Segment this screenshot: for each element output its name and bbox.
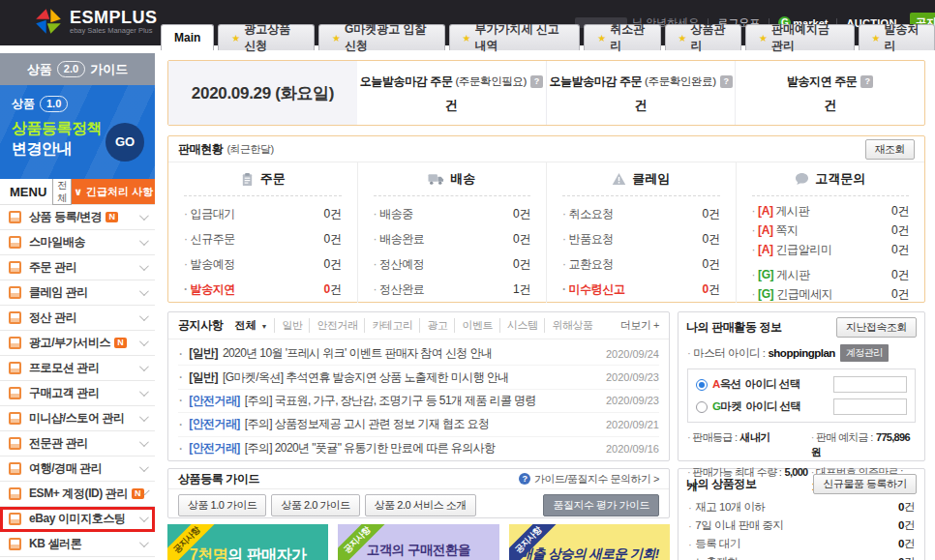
truck-icon (428, 172, 444, 186)
product-info-row[interactable]: 등록 대기0건 (688, 535, 915, 553)
auction-radio[interactable] (696, 379, 708, 391)
notice-item[interactable]: [일반]2020년 10월 '프레시 위크' 이벤트 판매자 참여 신청 안내2… (178, 342, 659, 366)
registration-guide-box: 상품등록 가이드 ?가이드/품질지수 문의하기 > 상품 1.0 가이드 상품 … (167, 468, 670, 518)
refresh-button[interactable]: 재조회 (865, 139, 916, 160)
main-content: 2020.09.29 (화요일) 오늘발송마감 주문 (주문확인필요)? 건 오… (155, 45, 935, 560)
status-row[interactable]: 정산완료1건 (374, 277, 531, 302)
inquiries-column: 고객문의 [A]게시판0건 [A]쪽지0건 [A]긴급알리미0건 [G]게시판0… (736, 162, 925, 303)
order-management-icon (9, 261, 21, 274)
promo-banner-sellers[interactable]: 공지사항 7천명의 판매자가 (167, 524, 328, 560)
status-row[interactable]: 배송중0건 (374, 201, 531, 226)
today-date: 2020.09.29 (화요일) (168, 61, 357, 125)
star-icon: ★ (463, 33, 471, 44)
sidebar-item-claim-management[interactable]: 클레임 관리 (0, 280, 155, 306)
notice-filter-system[interactable]: 시스템 (499, 318, 538, 333)
notice-filter-category[interactable]: 카테고리 (364, 318, 412, 333)
product-register-icon (9, 211, 21, 223)
help-icon[interactable]: ? (860, 75, 873, 88)
star-icon: ★ (759, 33, 768, 44)
product-info-row[interactable]: 노출제한0건 (688, 553, 915, 560)
notice-filter-event[interactable]: 이벤트 (454, 318, 493, 333)
product-info-row[interactable]: 7일 이내 판매 중지0건 (688, 516, 915, 535)
sidebar-item-promotion[interactable]: 프로모션 관리 (0, 356, 155, 381)
status-row[interactable]: 교환요청0건 (562, 251, 720, 277)
sidebar-item-travel-auction[interactable]: 여행/경매 관리 (0, 457, 155, 482)
status-row[interactable]: 발송예정0건 (184, 251, 342, 277)
sidebar-item-product-register[interactable]: 상품 등록/변경N (0, 205, 155, 230)
notice-item[interactable]: [일반][G마켓/옥션] 추석연휴 발송지연 상품 노출제한 미시행 안내202… (178, 366, 659, 389)
product-info-row[interactable]: 재고 10개 이하0건 (688, 498, 915, 516)
status-row[interactable]: [G]긴급메세지0건 (752, 284, 910, 304)
sidebar-item-esm-account[interactable]: ESM+ 계정(ID) 관리N (0, 482, 155, 507)
status-row[interactable]: 신규주문0건 (184, 226, 342, 251)
sidebar-item-smile-delivery[interactable]: 스마일배송 (0, 230, 155, 255)
status-row[interactable]: [G]게시판0건 (752, 265, 910, 284)
sidebar-item-specialty-store[interactable]: 전문관 관리 (0, 431, 155, 457)
guide-1-button[interactable]: 상품 1.0 가이드 (178, 494, 266, 516)
notice-item[interactable]: [안전거래][주의] 2020년 "풋귤" 유통기한 만료에 따른 유의사항20… (178, 437, 659, 460)
help-icon[interactable]: ? (530, 75, 543, 88)
status-row[interactable]: [A]쪽지0건 (752, 221, 910, 240)
notice-filter-ad[interactable]: 광고 (419, 318, 447, 333)
status-row[interactable]: 입금대기0건 (184, 201, 342, 226)
notice-filter-all[interactable]: 전체 ▼ (234, 318, 267, 333)
status-row-alert[interactable]: 미수령신고0건 (562, 277, 720, 302)
notice-filter-safety[interactable]: 안전거래 (309, 318, 357, 333)
sidebar-item-settlement[interactable]: 정산 관리 (0, 306, 155, 331)
notice-item[interactable]: [안전거래][주의] 상품정보제공 고시 관련 정보 기재 협조 요청2020/… (178, 413, 659, 436)
menu-all-button[interactable]: 전체 (52, 178, 72, 205)
notice-item[interactable]: [안전거래][주의] 국표원, 가구, 장난감, 조명기구 등 51개 제품 리… (178, 390, 659, 413)
quality-index-guide-button[interactable]: 품질지수 평가 가이드 (543, 494, 659, 516)
go-button[interactable]: GO (106, 123, 144, 162)
esmplus-pinwheel-icon (35, 8, 62, 35)
status-row[interactable]: 취소요청0건 (562, 201, 720, 226)
status-row-alert[interactable]: 발송지연0건 (184, 277, 342, 302)
notices-more-link[interactable]: 더보기 + (620, 318, 659, 333)
chevron-down-icon (143, 489, 150, 496)
ad-services-icon (9, 337, 21, 349)
last-access-button[interactable]: 지난접속조회 (836, 317, 917, 338)
esmplus-logo[interactable]: ESMPLUS ebay Sales Manager Plus (35, 8, 158, 35)
star-icon: ★ (332, 33, 341, 44)
auction-tag: [A] (758, 243, 772, 256)
sidebar-menu: 상품 등록/변경N 스마일배송 주문 관리 클레임 관리 정산 관리 광고/부가… (0, 205, 155, 557)
minishop-store-icon (9, 412, 21, 425)
master-id-label: 마스터 아이디 : (693, 346, 765, 361)
sidebar-item-kb-sellerloan[interactable]: KB 셀러론 (0, 532, 155, 557)
sidebar-item-ad-services[interactable]: 광고/부가서비스N (0, 331, 155, 356)
sales-deposit: 판매 예치금 : 775,896원 (811, 430, 916, 459)
urgent-tasks-button[interactable]: ∨ 긴급처리 사항 (72, 179, 155, 204)
status-row[interactable]: [A]게시판0건 (752, 201, 910, 221)
claims-column: 클레임 취소요청0건 반품요청0건 교환요청0건 미수령신고0건 (546, 162, 736, 303)
guide-2-service-button[interactable]: 상품 2.0 서비스 소개 (365, 494, 476, 516)
status-row[interactable]: [A]긴급알리미0건 (752, 240, 910, 259)
product-policy-promo-banner[interactable]: 상품 1.0 상품등록정책 변경안내 GO (0, 85, 155, 179)
product-2-guide-banner[interactable]: 상품 2.0 가이드 (0, 53, 155, 85)
sales-status-title: 판매현황 (178, 141, 223, 158)
account-manage-button[interactable]: 계정관리 (840, 344, 889, 362)
product-info-title: 나의 상품정보 (686, 476, 757, 492)
promo-banner-revenue[interactable]: 공지사항 매출 상승의 새로운 기회! (509, 524, 670, 560)
help-icon[interactable]: ? (720, 75, 733, 88)
notice-filter-hazard[interactable]: 위해상품 (544, 318, 592, 333)
guide-2-button[interactable]: 상품 2.0 가이드 (271, 494, 359, 516)
auction-id-input[interactable] (833, 376, 907, 393)
guide-ask-link[interactable]: ?가이드/품질지수 문의하기 > (519, 472, 659, 486)
chevron-down-icon (139, 286, 149, 296)
promotion-icon (9, 362, 21, 374)
notice-filter-general[interactable]: 일반 (274, 318, 302, 333)
promo-banner-conversion[interactable]: 공지사항 고객의 구매전환을빠르게 하는 방법은? (338, 524, 498, 560)
customer-management-icon (9, 387, 21, 399)
sidebar-item-customer-management[interactable]: 구매고객 관리 (0, 381, 155, 406)
gmarket-id-input[interactable] (833, 398, 907, 415)
status-row[interactable]: 정산예정0건 (374, 251, 531, 277)
sidebar-item-order-management[interactable]: 주문 관리 (0, 255, 155, 280)
register-new-item-button[interactable]: 신규물품 등록하기 (813, 474, 917, 494)
status-row[interactable]: 반품요청0건 (562, 226, 720, 251)
orders-column: 주문 입금대기0건 신규주문0건 발송예정0건 발송지연0건 (168, 162, 357, 303)
chevron-down-icon (139, 387, 149, 397)
sidebar-item-ebay-image-hosting[interactable]: eBay 이미지호스팅 (0, 507, 155, 532)
status-row[interactable]: 배송완료0건 (374, 226, 531, 251)
gmarket-radio[interactable] (696, 401, 708, 413)
sidebar-item-minishop-store[interactable]: 미니샵/스토어 관리 (0, 406, 155, 431)
